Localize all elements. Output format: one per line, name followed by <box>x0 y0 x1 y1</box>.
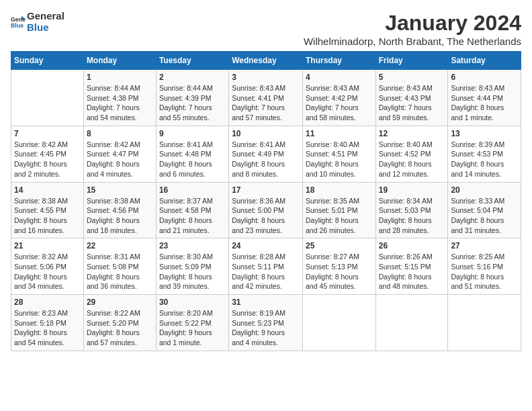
calendar-cell: 5Sunrise: 8:43 AM Sunset: 4:43 PM Daylig… <box>375 70 448 126</box>
calendar-cell: 20Sunrise: 8:33 AM Sunset: 5:04 PM Dayli… <box>448 182 521 238</box>
svg-text:Blue: Blue <box>11 22 24 29</box>
day-number: 21 <box>14 241 81 250</box>
day-detail: Sunrise: 8:36 AM Sunset: 5:00 PM Dayligh… <box>232 196 300 236</box>
week-row-1: 1Sunrise: 8:44 AM Sunset: 4:38 PM Daylig… <box>11 70 521 126</box>
day-number: 30 <box>159 298 226 307</box>
day-detail: Sunrise: 8:35 AM Sunset: 5:01 PM Dayligh… <box>306 196 373 236</box>
header: General Blue General Blue January 2024 W… <box>11 11 521 47</box>
calendar-cell: 12Sunrise: 8:40 AM Sunset: 4:52 PM Dayli… <box>375 126 448 182</box>
calendar-body: 1Sunrise: 8:44 AM Sunset: 4:38 PM Daylig… <box>11 70 521 351</box>
day-detail: Sunrise: 8:23 AM Sunset: 5:18 PM Dayligh… <box>14 308 81 348</box>
day-number: 1 <box>87 73 153 82</box>
day-detail: Sunrise: 8:43 AM Sunset: 4:41 PM Dayligh… <box>232 83 300 123</box>
calendar-cell: 2Sunrise: 8:44 AM Sunset: 4:39 PM Daylig… <box>156 70 228 126</box>
logo-blue: Blue <box>27 22 64 34</box>
day-detail: Sunrise: 8:33 AM Sunset: 5:04 PM Dayligh… <box>451 196 518 236</box>
day-detail: Sunrise: 8:20 AM Sunset: 5:22 PM Dayligh… <box>159 308 226 348</box>
calendar-table: SundayMondayTuesdayWednesdayThursdayFrid… <box>11 51 521 351</box>
subtitle: Wilhelminadorp, North Brabant, The Nethe… <box>304 36 521 47</box>
title-block: January 2024 Wilhelminadorp, North Braba… <box>304 11 521 47</box>
week-row-5: 28Sunrise: 8:23 AM Sunset: 5:18 PM Dayli… <box>11 295 521 351</box>
day-detail: Sunrise: 8:37 AM Sunset: 4:58 PM Dayligh… <box>159 196 226 236</box>
day-number: 27 <box>451 241 518 250</box>
day-detail: Sunrise: 8:43 AM Sunset: 4:43 PM Dayligh… <box>379 83 445 123</box>
calendar-cell: 14Sunrise: 8:38 AM Sunset: 4:55 PM Dayli… <box>11 182 84 238</box>
logo: General Blue General Blue <box>11 11 64 33</box>
calendar-cell: 3Sunrise: 8:43 AM Sunset: 4:41 PM Daylig… <box>229 70 303 126</box>
calendar-cell: 16Sunrise: 8:37 AM Sunset: 4:58 PM Dayli… <box>156 182 228 238</box>
day-detail: Sunrise: 8:30 AM Sunset: 5:09 PM Dayligh… <box>159 252 226 291</box>
day-detail: Sunrise: 8:44 AM Sunset: 4:38 PM Dayligh… <box>87 83 153 123</box>
calendar-cell: 11Sunrise: 8:40 AM Sunset: 4:51 PM Dayli… <box>302 126 375 182</box>
calendar-cell: 9Sunrise: 8:41 AM Sunset: 4:48 PM Daylig… <box>156 126 228 182</box>
day-detail: Sunrise: 8:27 AM Sunset: 5:13 PM Dayligh… <box>306 252 373 291</box>
day-number: 6 <box>451 73 518 82</box>
header-day-monday: Monday <box>83 52 156 70</box>
calendar-cell: 1Sunrise: 8:44 AM Sunset: 4:38 PM Daylig… <box>83 70 156 126</box>
day-number: 31 <box>232 298 300 307</box>
day-detail: Sunrise: 8:43 AM Sunset: 4:42 PM Dayligh… <box>306 83 373 123</box>
calendar-cell <box>11 70 84 126</box>
header-day-sunday: Sunday <box>11 52 84 70</box>
day-detail: Sunrise: 8:44 AM Sunset: 4:39 PM Dayligh… <box>159 83 226 123</box>
calendar-cell: 18Sunrise: 8:35 AM Sunset: 5:01 PM Dayli… <box>302 182 375 238</box>
day-detail: Sunrise: 8:39 AM Sunset: 4:53 PM Dayligh… <box>451 140 518 179</box>
day-number: 15 <box>87 185 153 195</box>
calendar-cell: 28Sunrise: 8:23 AM Sunset: 5:18 PM Dayli… <box>11 295 84 351</box>
day-number: 8 <box>87 129 153 138</box>
day-number: 20 <box>451 185 518 195</box>
calendar-cell: 17Sunrise: 8:36 AM Sunset: 5:00 PM Dayli… <box>229 182 303 238</box>
day-number: 18 <box>306 185 373 195</box>
day-detail: Sunrise: 8:42 AM Sunset: 4:47 PM Dayligh… <box>87 140 153 179</box>
day-number: 9 <box>159 129 226 138</box>
logo-general: General <box>27 11 64 22</box>
calendar-cell: 8Sunrise: 8:42 AM Sunset: 4:47 PM Daylig… <box>83 126 156 182</box>
calendar-cell: 22Sunrise: 8:31 AM Sunset: 5:08 PM Dayli… <box>83 238 156 295</box>
calendar-cell <box>302 295 375 351</box>
calendar-cell: 10Sunrise: 8:41 AM Sunset: 4:49 PM Dayli… <box>229 126 303 182</box>
calendar-cell: 15Sunrise: 8:38 AM Sunset: 4:56 PM Dayli… <box>83 182 156 238</box>
calendar-cell: 6Sunrise: 8:43 AM Sunset: 4:44 PM Daylig… <box>448 70 521 126</box>
day-number: 24 <box>232 241 300 250</box>
header-day-friday: Friday <box>375 52 448 70</box>
day-number: 13 <box>451 129 518 138</box>
calendar-cell: 24Sunrise: 8:28 AM Sunset: 5:11 PM Dayli… <box>229 238 303 295</box>
calendar-cell: 19Sunrise: 8:34 AM Sunset: 5:03 PM Dayli… <box>375 182 448 238</box>
calendar-cell: 27Sunrise: 8:25 AM Sunset: 5:16 PM Dayli… <box>448 238 521 295</box>
day-detail: Sunrise: 8:34 AM Sunset: 5:03 PM Dayligh… <box>379 196 445 236</box>
calendar-cell: 31Sunrise: 8:19 AM Sunset: 5:23 PM Dayli… <box>229 295 303 351</box>
calendar-cell: 21Sunrise: 8:32 AM Sunset: 5:06 PM Dayli… <box>11 238 84 295</box>
day-detail: Sunrise: 8:40 AM Sunset: 4:51 PM Dayligh… <box>306 140 373 179</box>
day-detail: Sunrise: 8:43 AM Sunset: 4:44 PM Dayligh… <box>451 83 518 123</box>
header-day-thursday: Thursday <box>302 52 375 70</box>
week-row-3: 14Sunrise: 8:38 AM Sunset: 4:55 PM Dayli… <box>11 182 521 238</box>
day-detail: Sunrise: 8:41 AM Sunset: 4:49 PM Dayligh… <box>232 140 300 179</box>
day-detail: Sunrise: 8:19 AM Sunset: 5:23 PM Dayligh… <box>232 308 300 348</box>
main-title: January 2024 <box>304 11 521 36</box>
day-number: 23 <box>159 241 226 250</box>
calendar-cell: 23Sunrise: 8:30 AM Sunset: 5:09 PM Dayli… <box>156 238 228 295</box>
day-detail: Sunrise: 8:22 AM Sunset: 5:20 PM Dayligh… <box>87 308 153 348</box>
day-detail: Sunrise: 8:41 AM Sunset: 4:48 PM Dayligh… <box>159 140 226 179</box>
calendar-cell: 4Sunrise: 8:43 AM Sunset: 4:42 PM Daylig… <box>302 70 375 126</box>
calendar-header: SundayMondayTuesdayWednesdayThursdayFrid… <box>11 52 521 70</box>
day-number: 16 <box>159 185 226 195</box>
day-detail: Sunrise: 8:38 AM Sunset: 4:55 PM Dayligh… <box>14 196 81 236</box>
calendar-cell: 29Sunrise: 8:22 AM Sunset: 5:20 PM Dayli… <box>83 295 156 351</box>
day-number: 26 <box>379 241 445 250</box>
calendar-cell: 7Sunrise: 8:42 AM Sunset: 4:45 PM Daylig… <box>11 126 84 182</box>
header-day-saturday: Saturday <box>448 52 521 70</box>
day-number: 2 <box>159 73 226 82</box>
header-day-tuesday: Tuesday <box>156 52 228 70</box>
day-detail: Sunrise: 8:32 AM Sunset: 5:06 PM Dayligh… <box>14 252 81 291</box>
calendar-cell: 26Sunrise: 8:26 AM Sunset: 5:15 PM Dayli… <box>375 238 448 295</box>
day-detail: Sunrise: 8:25 AM Sunset: 5:16 PM Dayligh… <box>451 252 518 291</box>
day-number: 5 <box>379 73 445 82</box>
calendar-cell: 30Sunrise: 8:20 AM Sunset: 5:22 PM Dayli… <box>156 295 228 351</box>
week-row-4: 21Sunrise: 8:32 AM Sunset: 5:06 PM Dayli… <box>11 238 521 295</box>
day-detail: Sunrise: 8:38 AM Sunset: 4:56 PM Dayligh… <box>87 196 153 236</box>
day-number: 22 <box>87 241 153 250</box>
day-detail: Sunrise: 8:42 AM Sunset: 4:45 PM Dayligh… <box>14 140 81 179</box>
day-number: 10 <box>232 129 300 138</box>
day-detail: Sunrise: 8:40 AM Sunset: 4:52 PM Dayligh… <box>379 140 445 179</box>
